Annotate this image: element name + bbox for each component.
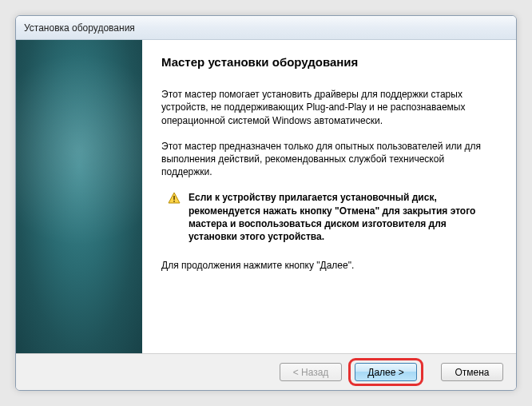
titlebar[interactable]: Установка оборудования — [16, 16, 516, 40]
next-button-highlight: Далее > — [348, 358, 423, 386]
svg-rect-1 — [173, 196, 175, 200]
wizard-content: Мастер установки оборудования Этот масте… — [16, 40, 516, 353]
wizard-intro-2: Этот мастер предназначен только для опыт… — [161, 140, 494, 179]
back-button: < Назад — [280, 363, 342, 381]
cancel-button[interactable]: Отмена — [441, 363, 503, 381]
svg-rect-2 — [173, 201, 175, 202]
window-title: Установка оборудования — [24, 22, 135, 34]
wizard-continue-hint: Для продолжения нажмите кнопку "Далее". — [161, 259, 494, 272]
warning-icon — [168, 192, 181, 205]
wizard-footer: < Назад Далее > Отмена — [16, 353, 516, 390]
wizard-warning-text: Если к устройству прилагается установочн… — [189, 191, 494, 243]
wizard-side-graphic — [16, 40, 142, 353]
wizard-main: Мастер установки оборудования Этот масте… — [142, 40, 516, 353]
wizard-heading: Мастер установки оборудования — [161, 54, 494, 70]
wizard-window: Установка оборудования Мастер установки … — [15, 15, 517, 391]
next-button[interactable]: Далее > — [355, 363, 417, 381]
wizard-warning-row: Если к устройству прилагается установочн… — [168, 191, 494, 243]
wizard-intro-1: Этот мастер помогает установить драйверы… — [161, 88, 494, 127]
